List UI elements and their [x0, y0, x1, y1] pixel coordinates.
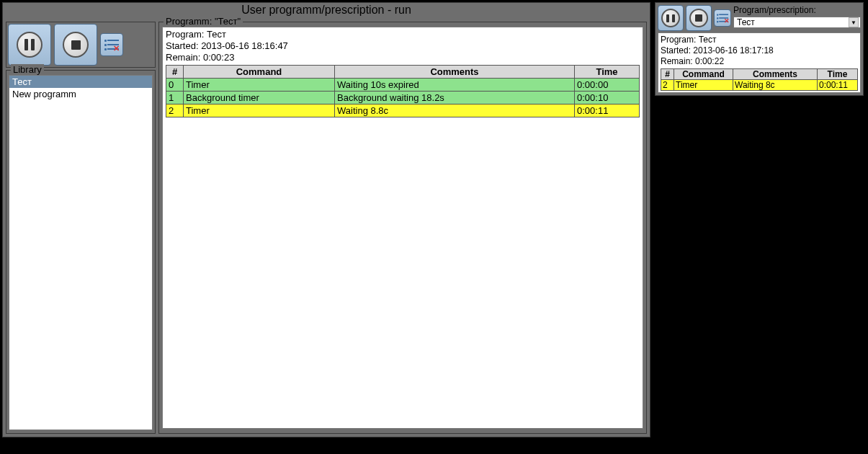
table-row[interactable]: 2TimerWaiting 8c0:00:11 — [661, 80, 858, 91]
list-item[interactable]: New programm — [9, 88, 152, 100]
mini-started-line: Started: 2013-06-16 18:17:18 — [661, 45, 858, 56]
cell-command: Timer — [184, 104, 335, 117]
program-select[interactable]: Тест ▼ — [733, 17, 861, 28]
mini-toolbar: ✕ Program/prescription: Тест ▼ — [658, 5, 861, 31]
mini-stop-button[interactable] — [686, 5, 712, 31]
chevron-down-icon: ▼ — [849, 17, 859, 27]
left-column: ✕ Library ТестNew programm — [6, 22, 156, 434]
stop-icon — [689, 9, 708, 27]
cell-command: Timer — [674, 80, 733, 91]
pause-button[interactable] — [8, 24, 51, 66]
pause-icon — [17, 32, 42, 58]
library-list[interactable]: ТестNew programm — [9, 75, 153, 430]
table-row[interactable]: 1Background timerBackground waiting 18.2… — [166, 92, 640, 104]
program-line: Program: Тест — [166, 29, 640, 40]
table-header-row: # Command Comments Time — [166, 66, 640, 79]
cell-num: 2 — [166, 104, 184, 117]
cell-comments: Waiting 10s expired — [335, 79, 575, 92]
mini-program-line: Program: Тест — [661, 35, 858, 45]
started-line: Started: 2013-06-16 18:16:47 — [166, 40, 640, 52]
table-row[interactable]: 2TimerWaiting 8.8c0:00:11 — [166, 104, 640, 117]
program-select-value: Тест — [737, 17, 755, 27]
main-window: User programm/prescription - run — [2, 2, 650, 437]
mini-panel: ✕ Program/prescription: Тест ▼ Program: … — [655, 2, 864, 96]
cell-command: Background timer — [184, 92, 335, 104]
program-content: Program: Тест Started: 2013-06-16 18:16:… — [162, 27, 643, 429]
mini-remain-line: Remain: 0:00:22 — [661, 56, 858, 67]
col-time: Time — [575, 66, 640, 79]
window-title: User programm/prescription - run — [3, 3, 650, 19]
cell-time: 0:00:11 — [575, 104, 640, 117]
mini-select-label: Program/prescription: — [733, 5, 861, 15]
program-fieldset: Programm: "Тест" Program: Тест Started: … — [158, 22, 647, 434]
command-table: # Command Comments Time 0TimerWaiting 10… — [166, 65, 640, 117]
cell-time: 0:00:00 — [575, 79, 640, 92]
col-comments: Comments — [733, 69, 818, 80]
library-legend: Library — [11, 64, 44, 75]
col-num: # — [166, 66, 184, 79]
mini-pause-button[interactable] — [658, 5, 684, 31]
remain-line: Remain: 0:00:23 — [166, 52, 640, 63]
cell-comments: Background waiting 18.2s — [335, 92, 575, 104]
pause-icon — [661, 9, 680, 27]
mini-command-table: # Command Comments Time 2TimerWaiting 8c… — [661, 68, 858, 91]
mini-body: Program: Тест Started: 2013-06-16 18:17:… — [658, 32, 861, 93]
col-comments: Comments — [335, 66, 575, 79]
col-command: Command — [674, 69, 733, 80]
cell-time: 0:00:11 — [818, 80, 858, 91]
table-row[interactable]: 0TimerWaiting 10s expired0:00:00 — [166, 79, 640, 92]
mini-select-col: Program/prescription: Тест ▼ — [733, 5, 861, 28]
cell-comments: Waiting 8.8c — [335, 104, 575, 117]
col-command: Command — [184, 66, 335, 79]
cell-num: 2 — [661, 80, 674, 91]
list-clear-icon: ✕ — [717, 14, 728, 23]
col-num: # — [661, 69, 674, 80]
col-time: Time — [818, 69, 858, 80]
content-row: ✕ Library ТестNew programm Programm: "Те… — [3, 19, 650, 437]
list-clear-icon: ✕ — [104, 39, 119, 50]
stop-button[interactable] — [54, 24, 97, 66]
stop-icon — [63, 32, 89, 58]
list-item[interactable]: Тест — [9, 76, 152, 88]
toolbar: ✕ — [6, 22, 156, 68]
library-fieldset: Library ТестNew programm — [6, 70, 156, 434]
program-legend: Programm: "Тест" — [164, 16, 243, 27]
cell-comments: Waiting 8c — [733, 80, 818, 91]
cell-command: Timer — [184, 79, 335, 92]
mini-clear-list-button[interactable]: ✕ — [714, 9, 731, 27]
table-header-row: # Command Comments Time — [661, 69, 858, 80]
clear-list-button[interactable]: ✕ — [100, 33, 123, 56]
cell-num: 1 — [166, 92, 184, 104]
cell-time: 0:00:10 — [575, 92, 640, 104]
cell-num: 0 — [166, 79, 184, 92]
